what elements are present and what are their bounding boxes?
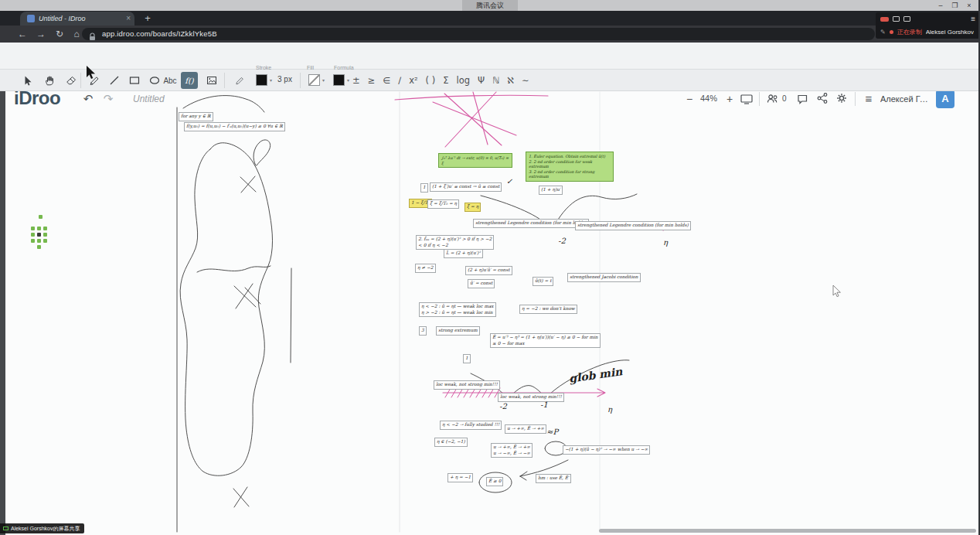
- chat-icon[interactable]: [797, 94, 808, 107]
- pencil-tool[interactable]: [85, 71, 104, 90]
- back-icon[interactable]: ←: [15, 26, 29, 43]
- canvas-note[interactable]: -2: [558, 236, 566, 246]
- canvas-note[interactable]: ≈P: [546, 427, 558, 437]
- green-dot[interactable]: [31, 227, 35, 230]
- user-avatar[interactable]: A: [936, 90, 954, 108]
- formula-symbol[interactable]: ∈: [383, 75, 390, 86]
- canvas-note[interactable]: Ê = u′³ − η³ = (1 + η(u′))(u′ − η) ≥ 0 −…: [490, 333, 601, 348]
- green-dot[interactable]: [37, 227, 41, 230]
- tab-close-icon[interactable]: ×: [126, 12, 131, 26]
- canvas-note[interactable]: η < −2 : û = ηt — weak loc max η > −2 : …: [419, 302, 496, 317]
- canvas-note[interactable]: hm : use Ê, Ê′: [536, 474, 571, 483]
- canvas-note[interactable]: (2 + η)u′û′ = const: [465, 266, 512, 275]
- green-dot[interactable]: [37, 245, 41, 249]
- canvas-note[interactable]: η ≠ −2: [415, 264, 436, 273]
- canvas-note[interactable]: ∫₀ᵀ λu′³ dt → extr, u(0) = 0, u(T₀) = ξ: [438, 153, 512, 168]
- overlay-menu-icon[interactable]: ≡: [971, 15, 975, 23]
- chevron-down-icon[interactable]: ▾: [322, 77, 325, 83]
- canvas-note[interactable]: loc weak, not strong min!!!: [498, 393, 564, 402]
- chevron-down-icon[interactable]: ▾: [347, 77, 349, 83]
- canvas-note[interactable]: η ∈ (−2, −1): [434, 438, 468, 447]
- canvas-note[interactable]: + η = −1: [447, 473, 473, 482]
- canvas-note[interactable]: strengthened Legendre condition (for min…: [575, 221, 691, 230]
- share-icon[interactable]: [817, 93, 828, 107]
- green-dot[interactable]: [31, 233, 35, 237]
- dark-dot[interactable]: [37, 233, 41, 237]
- line-tool[interactable]: [105, 71, 124, 90]
- formula-symbol[interactable]: ≥: [368, 75, 376, 86]
- zoom-in-button[interactable]: +: [723, 90, 736, 107]
- green-dot[interactable]: [43, 239, 47, 243]
- canvas-note[interactable]: -2: [499, 401, 507, 411]
- eraser-tool[interactable]: [62, 71, 80, 90]
- canvas-note[interactable]: loc weak, not strong min!!!: [434, 380, 500, 390]
- formula-color-swatch[interactable]: [333, 74, 345, 86]
- formula-symbol[interactable]: ( ): [426, 75, 436, 86]
- canvas-note[interactable]: (1 + η)u′: [539, 186, 563, 195]
- image-tool[interactable]: [202, 71, 221, 90]
- canvas-note[interactable]: strengthened Legendre condition (for min…: [473, 219, 589, 228]
- new-tab-button[interactable]: +: [141, 12, 155, 26]
- canvas-note[interactable]: u → +∞, Ê → +∞ u → −∞, Ê → −∞: [491, 443, 533, 458]
- formula-symbol[interactable]: ℵ: [507, 75, 514, 86]
- maximize-button[interactable]: ❐: [948, 0, 961, 11]
- board-title[interactable]: Untitled: [133, 94, 165, 104]
- minimize-button[interactable]: –: [934, 0, 947, 11]
- formula-symbol[interactable]: log: [457, 75, 471, 86]
- green-dot[interactable]: [43, 233, 47, 237]
- canvas-note[interactable]: −(1 + η)(û − η)² → −∞ when u → −∞: [563, 445, 650, 455]
- zoom-out-button[interactable]: −: [683, 90, 696, 107]
- screen-share-badge[interactable]: Aleksei Gorshkov的屏幕共享: [0, 523, 84, 533]
- zoom-level[interactable]: 44%: [696, 94, 722, 103]
- canvas-note[interactable]: f(y,u₀) = f(u,u₀) − f′ᵤ(u,u₀)(u−y) ≥ 0 ∀…: [184, 122, 285, 131]
- canvas-note[interactable]: ξ̄ = η: [464, 203, 481, 212]
- annotate-icon[interactable]: ✎: [880, 29, 886, 36]
- canvas-note[interactable]: -1: [540, 400, 548, 410]
- canvas-note[interactable]: strong extremum: [436, 326, 480, 336]
- canvas-note[interactable]: ✓: [506, 176, 512, 186]
- reload-icon[interactable]: ↻: [53, 26, 66, 43]
- formula-symbol[interactable]: ±: [352, 75, 360, 86]
- participants-icon[interactable]: [767, 93, 778, 107]
- canvas-note[interactable]: L̂ = (2 + η)(u′)²: [444, 249, 483, 258]
- canvas-note[interactable]: 1: [463, 354, 471, 363]
- canvas-note[interactable]: η: [607, 404, 612, 414]
- recording-icon[interactable]: [880, 17, 889, 22]
- canvas-note[interactable]: 1: [420, 183, 428, 193]
- redo-button[interactable]: ↷: [100, 90, 116, 107]
- canvas-note[interactable]: η < −2 → fully studied !!!: [440, 421, 502, 430]
- stroke-style-button[interactable]: [230, 71, 249, 90]
- canvas-note[interactable]: for any y ∈ ℝ: [179, 112, 213, 121]
- stroke-width-value[interactable]: 3 px: [277, 75, 292, 83]
- user-name[interactable]: Алексей Го...: [880, 94, 931, 104]
- canvas-note[interactable]: 1. Euler equation. Obtain extremal û(t) …: [526, 152, 614, 182]
- canvas-note[interactable]: 3: [419, 326, 427, 336]
- canvas-note[interactable]: η = −2 : we don't know: [519, 305, 577, 314]
- browser-tab[interactable]: Untitled - IDroo ×: [20, 12, 134, 26]
- undo-button[interactable]: ↶: [80, 90, 96, 107]
- green-dot[interactable]: [31, 239, 35, 243]
- canvas-note[interactable]: 2. f̂ᵤᵤ = (2 + η)(u′)² > 0 if η > −2 < 0…: [416, 235, 494, 250]
- formula-symbol[interactable]: ℕ: [492, 75, 499, 86]
- fill-color-swatch[interactable]: [308, 74, 320, 86]
- green-dot[interactable]: [39, 215, 43, 219]
- canvas-note[interactable]: Ê ≥ 0: [486, 477, 503, 486]
- settings-gear-icon[interactable]: [836, 93, 847, 107]
- canvas-note[interactable]: (1 + ξ′)u′ ≡ const ⇒ û ≡ const: [430, 182, 502, 192]
- stroke-color-swatch[interactable]: [256, 74, 267, 86]
- layout-icon[interactable]: [903, 16, 910, 22]
- formula-symbol[interactable]: Σ: [443, 75, 448, 86]
- select-tool[interactable]: [19, 71, 37, 90]
- fit-screen-icon[interactable]: [740, 94, 753, 107]
- chevron-down-icon[interactable]: ▾: [270, 77, 272, 83]
- main-menu-icon[interactable]: ≡: [861, 90, 876, 107]
- close-button[interactable]: ×: [963, 0, 975, 11]
- pan-hand-tool[interactable]: [40, 71, 59, 90]
- formula-symbol[interactable]: ∼: [522, 75, 529, 86]
- formula-symbol[interactable]: Ψ: [478, 75, 485, 86]
- green-dot[interactable]: [37, 239, 41, 243]
- formula-tool[interactable]: f(): [181, 72, 198, 89]
- rectangle-tool[interactable]: [125, 71, 144, 90]
- canvas-note[interactable]: η: [663, 237, 668, 247]
- forward-icon[interactable]: →: [34, 26, 48, 43]
